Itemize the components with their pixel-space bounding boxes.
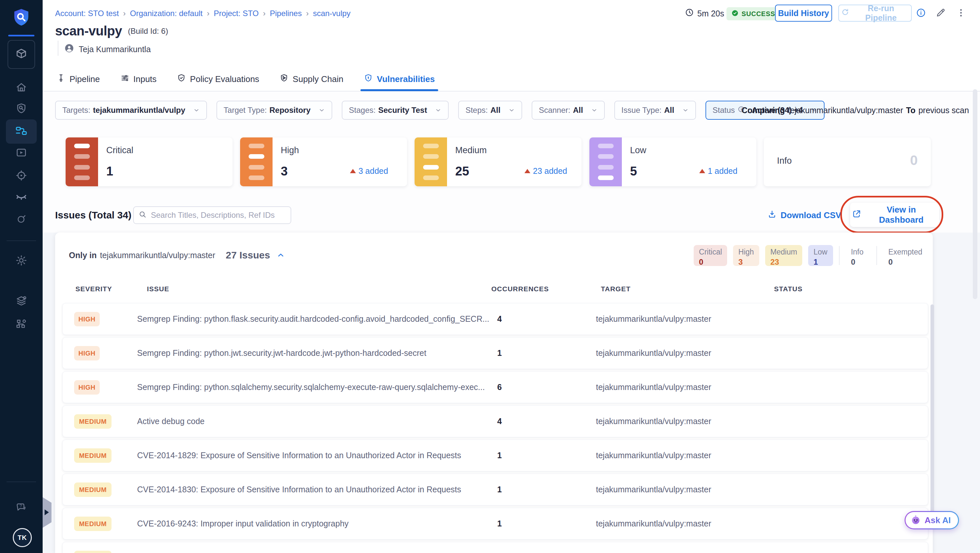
high-severity-icon <box>240 137 272 186</box>
table-row[interactable]: MEDIUM CVE-2014-1830: Exposure of Sensit… <box>62 474 928 505</box>
breadcrumb-pipelines[interactable]: Pipelines <box>270 9 302 18</box>
sidebar-item-home[interactable] <box>15 81 28 94</box>
occurrences-value: 6 <box>497 383 502 392</box>
rerun-label: Re-run Pipeline <box>853 3 909 23</box>
sidebar-item-overview[interactable] <box>15 102 28 116</box>
table-row[interactable]: HIGH Semgrep Finding: python.sqlalchemy.… <box>62 371 928 403</box>
added-indicator: 1 added <box>699 166 737 176</box>
tab-vulnerabilities[interactable]: Vulnerabilities <box>363 67 436 91</box>
sidebar-item-test-targets[interactable] <box>15 169 28 182</box>
page-title-row: scan-vulpy (Build Id: 6) <box>55 24 168 38</box>
tab-label: Pipeline <box>70 74 100 84</box>
sidebar-item-exemptions[interactable] <box>15 191 28 204</box>
tab-inputs[interactable]: Inputs <box>119 67 158 91</box>
user-avatar[interactable]: TK <box>13 528 32 547</box>
issue-title[interactable]: Semgrep Finding: python.flask.security.a… <box>137 314 489 324</box>
sidebar-expand-handle[interactable] <box>43 497 51 528</box>
table-row[interactable]: MEDIUM CVE-2016-9243: Improper input val… <box>62 508 928 540</box>
home-icon <box>15 81 27 94</box>
rerun-pipeline-button[interactable]: Re-run Pipeline <box>838 5 912 22</box>
ask-ai-button[interactable]: Ask AI <box>905 511 959 529</box>
more-options-button[interactable] <box>955 7 967 19</box>
table-row[interactable]: MEDIUM Active debug code 4 tejakummariku… <box>62 405 928 437</box>
issue-title[interactable]: Semgrep Finding: python.sqlalchemy.secur… <box>137 383 485 392</box>
sidebar-item-organization[interactable] <box>15 318 28 331</box>
download-csv-label: Download CSV <box>781 210 841 221</box>
added-indicator: 3 added <box>350 166 388 176</box>
added-text: 3 added <box>358 166 388 176</box>
tab-label: Policy Evaluations <box>190 74 259 84</box>
inputs-tab-icon <box>120 73 130 85</box>
build-history-button[interactable]: Build History <box>775 5 832 22</box>
filter-issue-type[interactable]: Issue Type:All <box>614 101 696 120</box>
filter-target-type[interactable]: Target Type:Repository <box>216 101 332 120</box>
page-scrollbar-thumb[interactable] <box>973 89 977 299</box>
severity-badge: MEDIUM <box>74 414 111 429</box>
filter-steps[interactable]: Steps:All <box>458 101 522 120</box>
filter-label: Issue Type: <box>622 106 662 115</box>
breadcrumb-account[interactable]: Account: STO test <box>55 9 119 18</box>
target-value: tejakummarikuntla/vulpy:master <box>596 348 711 358</box>
tab-policy-evaluations[interactable]: Policy Evaluations <box>175 67 261 91</box>
clock-icon <box>685 8 694 19</box>
table-row[interactable]: HIGH Semgrep Finding: python.flask.secur… <box>62 303 928 335</box>
author-timeline-line <box>58 41 58 56</box>
table-row[interactable]: HIGH Semgrep Finding: python.jwt.securit… <box>62 337 928 369</box>
medium-severity-icon <box>415 137 447 186</box>
sto-logo-icon[interactable] <box>11 7 32 28</box>
low-severity-icon <box>589 137 622 186</box>
edit-pipeline-button[interactable] <box>935 7 947 19</box>
severity-badge: MEDIUM <box>74 516 111 531</box>
issue-title[interactable]: CVE-2016-9243: Improper input validation… <box>137 519 348 528</box>
info-button[interactable] <box>915 7 927 19</box>
breadcrumb-separator: › <box>207 9 210 18</box>
issue-title[interactable]: Active debug code <box>137 416 205 426</box>
added-indicator: 23 added <box>525 166 567 176</box>
breadcrumb-separator: › <box>123 9 126 18</box>
severity-badge: MEDIUM <box>74 448 111 463</box>
author-row: Teja Kummarikuntla <box>64 43 151 55</box>
table-row-partial[interactable]: MEDIUM <box>62 542 928 553</box>
view-in-dashboard-button[interactable]: View in Dashboard <box>850 203 939 227</box>
check-circle-icon <box>731 9 739 19</box>
sidebar-item-settings[interactable] <box>15 254 28 267</box>
filter-value: All <box>664 106 675 115</box>
filter-stages[interactable]: Stages:Security Test <box>342 101 449 120</box>
table-row[interactable]: MEDIUM CVE-2014-1829: Exposure of Sensit… <box>62 440 928 471</box>
breadcrumb-project[interactable]: Project: STO <box>214 9 259 18</box>
filter-bar: Targets:tejakummarikuntla/vulpy Target T… <box>55 101 824 120</box>
list-scrollbar-thumb[interactable] <box>931 304 934 526</box>
comparing-to: To <box>906 106 915 115</box>
severity-label: Info <box>777 156 792 166</box>
issue-title[interactable]: CVE-2014-1829: Exposure of Sensitive Inf… <box>137 451 461 460</box>
eye-off-icon <box>15 191 28 205</box>
issue-title[interactable]: CVE-2014-1830: Exposure of Sensitive Inf… <box>137 485 461 494</box>
ai-robot-icon <box>910 514 921 526</box>
severity-label: Low <box>630 145 646 156</box>
severity-card-low: Low 5 1 added <box>589 137 756 186</box>
filter-scanner[interactable]: Scanner:All <box>531 101 605 120</box>
target-value: tejakummarikuntla/vulpy:master <box>596 485 711 494</box>
issue-title[interactable]: Semgrep Finding: python.jwt.security.jwt… <box>137 348 426 358</box>
breadcrumb-separator: › <box>263 9 266 18</box>
filter-label: Steps: <box>465 106 488 115</box>
download-csv-button[interactable]: Download CSV <box>767 206 841 224</box>
comparing-text: Comparing tejakummarikuntla/vulpy:master… <box>741 101 969 120</box>
sidebar-item-getting-started[interactable] <box>15 213 28 226</box>
sidebar-item-help[interactable]: ? <box>15 502 28 515</box>
chevron-down-icon <box>318 107 325 113</box>
sidebar-item-default-settings[interactable] <box>15 295 28 308</box>
comparing-suffix[interactable]: previous scan <box>918 106 969 115</box>
breadcrumb-current[interactable]: scan-vulpy <box>313 9 351 18</box>
issues-search[interactable] <box>133 206 291 224</box>
sidebar-item-executions[interactable] <box>15 146 28 160</box>
tab-supply-chain[interactable]: Supply Chain <box>278 67 345 91</box>
severity-card-high: High 3 3 added <box>240 137 407 186</box>
sidebar-item-pipelines[interactable] <box>15 125 28 138</box>
search-input[interactable] <box>150 210 286 220</box>
breadcrumb-org[interactable]: Organization: default <box>130 9 202 18</box>
filter-targets[interactable]: Targets:tejakummarikuntla/vulpy <box>55 101 207 120</box>
triangle-up-icon <box>350 169 356 173</box>
tab-pipeline[interactable]: Pipeline <box>55 67 101 91</box>
module-selector-button[interactable] <box>8 40 35 69</box>
